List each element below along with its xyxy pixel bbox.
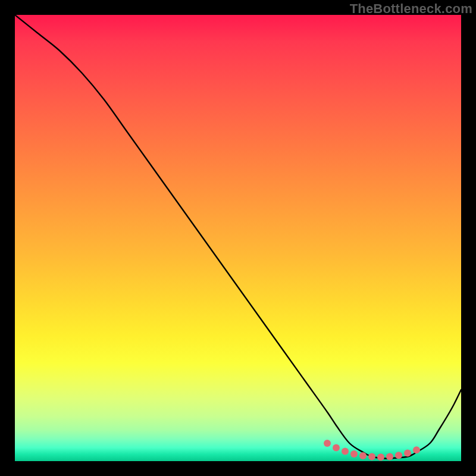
plot-area [15,15,461,461]
highlight-dot [377,453,384,461]
highlight-dot [324,440,331,447]
watermark-text: TheBottleneck.com [350,1,472,17]
highlight-dot [395,452,402,459]
highlight-dot [404,450,411,457]
highlight-dot [413,446,420,453]
bottleneck-curve [15,15,461,459]
highlight-dot [386,453,393,461]
highlight-dot [333,444,340,452]
highlight-dot [368,453,375,461]
highlight-dot [359,452,367,459]
highlight-dot [342,448,349,455]
highlight-dot [350,450,358,458]
chart-frame: TheBottleneck.com [0,0,476,476]
curve-layer [15,15,461,461]
